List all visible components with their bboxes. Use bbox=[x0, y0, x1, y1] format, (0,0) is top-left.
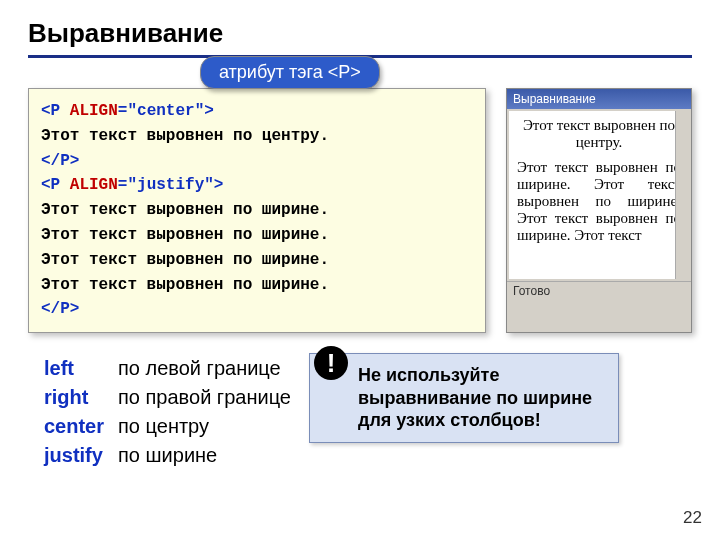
code-text: Этот текст выровнен по ширине. bbox=[41, 223, 473, 248]
code-tag-close: </P> bbox=[41, 297, 473, 322]
def-key: left bbox=[44, 355, 116, 382]
table-row: right по правой границе bbox=[44, 384, 291, 411]
code-text: Этот текст выровнен по ширине. bbox=[41, 198, 473, 223]
page-number: 22 bbox=[683, 508, 702, 528]
table-row: left по левой границе bbox=[44, 355, 291, 382]
code-text: Этот текст выровнен по центру. bbox=[41, 124, 473, 149]
code-attribute: ALIGN bbox=[70, 102, 118, 120]
code-example: <P ALIGN="center"> Этот текст выровнен п… bbox=[28, 88, 486, 333]
preview-justify-text: Этот текст выровнен по ширине. Этот текс… bbox=[517, 159, 681, 244]
def-val: по центру bbox=[118, 413, 291, 440]
browser-preview: Выравнивание Этот текст выровнен по цент… bbox=[506, 88, 692, 333]
warning-text: Не используйте выравнивание по ширине дл… bbox=[358, 364, 604, 432]
attribute-badge: атрибут тэга <P> bbox=[200, 56, 380, 89]
def-key: right bbox=[44, 384, 116, 411]
exclamation-icon: ! bbox=[314, 346, 348, 380]
code-text: Этот текст выровнен по ширине. bbox=[41, 273, 473, 298]
code-attribute: ALIGN bbox=[70, 176, 118, 194]
preview-titlebar: Выравнивание bbox=[507, 89, 691, 109]
code-value: ="justify"> bbox=[118, 176, 224, 194]
def-val: по ширине bbox=[118, 442, 291, 469]
code-tag-close: </P> bbox=[41, 149, 473, 174]
code-tag: <P bbox=[41, 102, 70, 120]
def-key: justify bbox=[44, 442, 116, 469]
alignment-definitions: left по левой границе right по правой гр… bbox=[28, 353, 293, 471]
preview-statusbar: Готово bbox=[507, 281, 691, 300]
preview-body: Этот текст выровнен по центру. Этот текс… bbox=[509, 111, 689, 279]
def-val: по правой границе bbox=[118, 384, 291, 411]
warning-box: ! Не используйте выравнивание по ширине … bbox=[309, 353, 619, 443]
preview-center-text: Этот текст выровнен по центру. bbox=[517, 117, 681, 151]
def-val: по левой границе bbox=[118, 355, 291, 382]
page-title: Выравнивание bbox=[28, 18, 692, 58]
code-text: Этот текст выровнен по ширине. bbox=[41, 248, 473, 273]
def-key: center bbox=[44, 413, 116, 440]
table-row: center по центру bbox=[44, 413, 291, 440]
code-tag: <P bbox=[41, 176, 70, 194]
table-row: justify по ширине bbox=[44, 442, 291, 469]
code-value: ="center"> bbox=[118, 102, 214, 120]
scrollbar[interactable] bbox=[675, 111, 689, 279]
